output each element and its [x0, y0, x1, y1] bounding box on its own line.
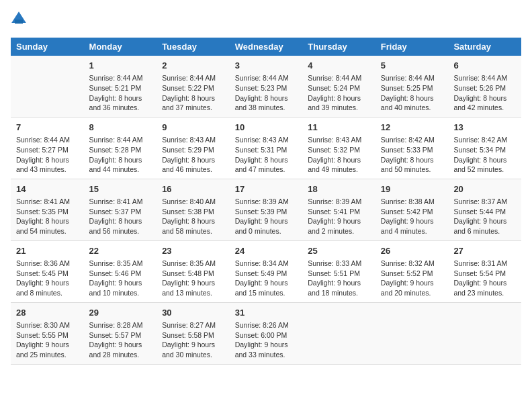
day-info: Sunrise: 8:43 AMSunset: 5:32 PMDaylight:…: [308, 135, 370, 175]
day-number: 18: [308, 183, 370, 195]
day-info: Sunrise: 8:44 AMSunset: 5:24 PMDaylight:…: [308, 73, 370, 113]
calendar-body: 1Sunrise: 8:44 AMSunset: 5:21 PMDaylight…: [11, 56, 521, 364]
day-cell: 26Sunrise: 8:32 AMSunset: 5:52 PMDayligh…: [375, 240, 449, 302]
logo-icon: [11, 11, 27, 27]
calendar-table: SundayMondayTuesdayWednesdayThursdayFrid…: [11, 38, 521, 365]
day-number: 7: [16, 122, 79, 134]
day-number: 4: [308, 60, 370, 72]
day-number: 14: [16, 183, 79, 195]
day-info: Sunrise: 8:33 AMSunset: 5:51 PMDaylight:…: [308, 259, 370, 298]
day-number: 24: [235, 245, 298, 257]
day-info: Sunrise: 8:30 AMSunset: 5:55 PMDaylight:…: [16, 320, 79, 360]
day-cell: 18Sunrise: 8:39 AMSunset: 5:41 PMDayligh…: [302, 179, 375, 240]
day-number: 21: [16, 245, 79, 257]
week-row-3: 21Sunrise: 8:36 AMSunset: 5:45 PMDayligh…: [11, 240, 521, 302]
day-info: Sunrise: 8:35 AMSunset: 5:46 PMDaylight:…: [89, 259, 152, 298]
day-number: 30: [162, 307, 224, 319]
day-number: 17: [235, 183, 298, 195]
day-cell: 29Sunrise: 8:28 AMSunset: 5:57 PMDayligh…: [84, 302, 157, 364]
day-cell: [448, 302, 521, 364]
day-info: Sunrise: 8:39 AMSunset: 5:39 PMDaylight:…: [235, 197, 298, 236]
day-info: Sunrise: 8:26 AMSunset: 6:00 PMDaylight:…: [235, 320, 298, 360]
day-cell: [11, 56, 84, 117]
day-number: 1: [89, 60, 152, 72]
day-number: 27: [453, 245, 516, 257]
day-cell: 28Sunrise: 8:30 AMSunset: 5:55 PMDayligh…: [11, 302, 84, 364]
header-cell-sunday: Sunday: [11, 38, 84, 56]
day-cell: 16Sunrise: 8:40 AMSunset: 5:38 PMDayligh…: [157, 179, 230, 240]
header-cell-saturday: Saturday: [448, 38, 521, 56]
day-number: 9: [162, 122, 224, 134]
day-cell: 31Sunrise: 8:26 AMSunset: 6:00 PMDayligh…: [230, 302, 303, 364]
day-info: Sunrise: 8:27 AMSunset: 5:58 PMDaylight:…: [162, 320, 224, 360]
day-cell: 20Sunrise: 8:37 AMSunset: 5:44 PMDayligh…: [448, 179, 521, 240]
day-number: 31: [235, 307, 298, 319]
day-cell: 14Sunrise: 8:41 AMSunset: 5:35 PMDayligh…: [11, 179, 84, 240]
day-number: 28: [16, 307, 79, 319]
day-cell: 22Sunrise: 8:35 AMSunset: 5:46 PMDayligh…: [84, 240, 157, 302]
day-number: 16: [162, 183, 224, 195]
day-number: 15: [89, 183, 152, 195]
day-cell: 17Sunrise: 8:39 AMSunset: 5:39 PMDayligh…: [230, 179, 303, 240]
day-cell: 3Sunrise: 8:44 AMSunset: 5:23 PMDaylight…: [230, 56, 303, 117]
day-number: 22: [89, 245, 152, 257]
day-info: Sunrise: 8:37 AMSunset: 5:44 PMDaylight:…: [453, 197, 516, 236]
day-info: Sunrise: 8:41 AMSunset: 5:37 PMDaylight:…: [89, 197, 152, 236]
day-cell: 5Sunrise: 8:44 AMSunset: 5:25 PMDaylight…: [375, 56, 449, 117]
day-number: 26: [381, 245, 443, 257]
week-row-1: 7Sunrise: 8:44 AMSunset: 5:27 PMDaylight…: [11, 117, 521, 179]
day-info: Sunrise: 8:44 AMSunset: 5:23 PMDaylight:…: [235, 73, 298, 113]
header-cell-thursday: Thursday: [302, 38, 375, 56]
day-number: 10: [235, 122, 298, 134]
week-row-2: 14Sunrise: 8:41 AMSunset: 5:35 PMDayligh…: [11, 179, 521, 240]
day-number: 6: [453, 60, 516, 72]
day-cell: 21Sunrise: 8:36 AMSunset: 5:45 PMDayligh…: [11, 240, 84, 302]
day-cell: [302, 302, 375, 364]
day-cell: [375, 302, 449, 364]
day-cell: 24Sunrise: 8:34 AMSunset: 5:49 PMDayligh…: [230, 240, 303, 302]
day-cell: 6Sunrise: 8:44 AMSunset: 5:26 PMDaylight…: [448, 56, 521, 117]
day-info: Sunrise: 8:44 AMSunset: 5:21 PMDaylight:…: [89, 73, 152, 113]
day-info: Sunrise: 8:41 AMSunset: 5:35 PMDaylight:…: [16, 197, 79, 236]
svg-rect-1: [15, 19, 23, 24]
day-info: Sunrise: 8:42 AMSunset: 5:33 PMDaylight:…: [381, 135, 443, 175]
day-info: Sunrise: 8:28 AMSunset: 5:57 PMDaylight:…: [89, 320, 152, 360]
day-number: 5: [381, 60, 443, 72]
page-header: [11, 11, 521, 27]
day-info: Sunrise: 8:44 AMSunset: 5:22 PMDaylight:…: [162, 73, 224, 113]
day-info: Sunrise: 8:32 AMSunset: 5:52 PMDaylight:…: [381, 259, 443, 298]
day-cell: 30Sunrise: 8:27 AMSunset: 5:58 PMDayligh…: [157, 302, 230, 364]
day-number: 11: [308, 122, 370, 134]
day-number: 3: [235, 60, 298, 72]
day-info: Sunrise: 8:39 AMSunset: 5:41 PMDaylight:…: [308, 197, 370, 236]
header-cell-wednesday: Wednesday: [230, 38, 303, 56]
week-row-0: 1Sunrise: 8:44 AMSunset: 5:21 PMDaylight…: [11, 56, 521, 117]
day-number: 13: [453, 122, 516, 134]
day-cell: 27Sunrise: 8:31 AMSunset: 5:54 PMDayligh…: [448, 240, 521, 302]
header-row: SundayMondayTuesdayWednesdayThursdayFrid…: [11, 38, 521, 56]
day-cell: 11Sunrise: 8:43 AMSunset: 5:32 PMDayligh…: [302, 117, 375, 179]
day-cell: 25Sunrise: 8:33 AMSunset: 5:51 PMDayligh…: [302, 240, 375, 302]
day-number: 23: [162, 245, 224, 257]
day-number: 19: [381, 183, 443, 195]
day-cell: 1Sunrise: 8:44 AMSunset: 5:21 PMDaylight…: [84, 56, 157, 117]
day-info: Sunrise: 8:31 AMSunset: 5:54 PMDaylight:…: [453, 259, 516, 298]
day-info: Sunrise: 8:40 AMSunset: 5:38 PMDaylight:…: [162, 197, 224, 236]
day-info: Sunrise: 8:43 AMSunset: 5:29 PMDaylight:…: [162, 135, 224, 175]
day-cell: 13Sunrise: 8:42 AMSunset: 5:34 PMDayligh…: [448, 117, 521, 179]
day-cell: 10Sunrise: 8:43 AMSunset: 5:31 PMDayligh…: [230, 117, 303, 179]
header-cell-monday: Monday: [84, 38, 157, 56]
day-number: 12: [381, 122, 443, 134]
day-cell: 2Sunrise: 8:44 AMSunset: 5:22 PMDaylight…: [157, 56, 230, 117]
day-info: Sunrise: 8:43 AMSunset: 5:31 PMDaylight:…: [235, 135, 298, 175]
header-cell-tuesday: Tuesday: [157, 38, 230, 56]
day-cell: 4Sunrise: 8:44 AMSunset: 5:24 PMDaylight…: [302, 56, 375, 117]
day-info: Sunrise: 8:42 AMSunset: 5:34 PMDaylight:…: [453, 135, 516, 175]
day-info: Sunrise: 8:38 AMSunset: 5:42 PMDaylight:…: [381, 197, 443, 236]
day-info: Sunrise: 8:44 AMSunset: 5:27 PMDaylight:…: [16, 135, 79, 175]
day-info: Sunrise: 8:36 AMSunset: 5:45 PMDaylight:…: [16, 259, 79, 298]
logo: [11, 11, 30, 27]
day-number: 8: [89, 122, 152, 134]
day-number: 25: [308, 245, 370, 257]
day-number: 2: [162, 60, 224, 72]
